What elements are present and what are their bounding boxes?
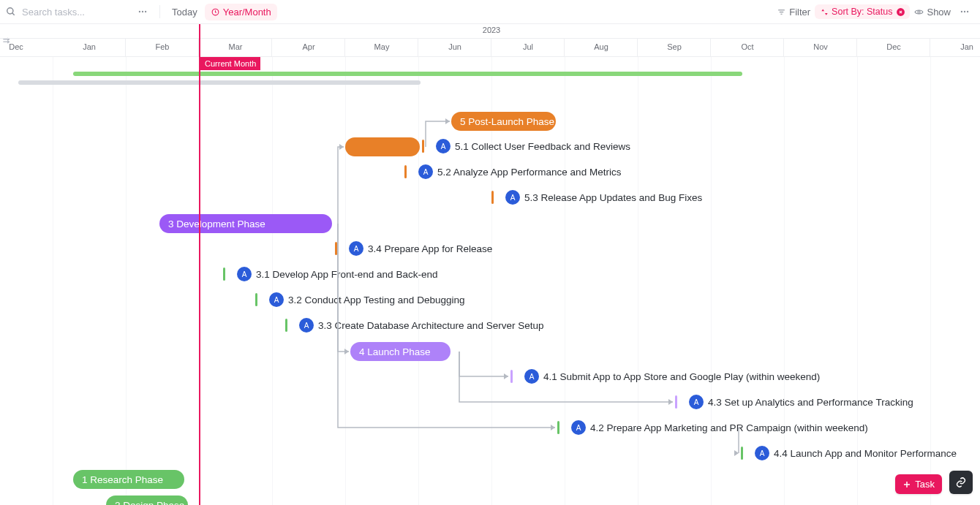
task-tick (422, 140, 424, 153)
avatar[interactable]: A (689, 395, 704, 409)
month-label: Apr (302, 42, 314, 51)
task-tick (510, 370, 513, 383)
task-label: 4.3 Set up Analytics and Performance Tra… (708, 397, 913, 408)
task-label: 3.2 Conduct App Testing and Debugging (288, 295, 464, 305)
phase-bar[interactable]: 1 Research Phase (73, 470, 184, 489)
gantt-body[interactable]: 5 Post-Launch Phase3 Development Phase4 … (0, 57, 980, 505)
task-tick (741, 447, 743, 460)
svg-point-0 (7, 8, 13, 14)
more-icon-1[interactable] (133, 4, 152, 20)
avatar[interactable]: A (269, 292, 284, 307)
avatar[interactable]: A (418, 164, 433, 179)
summary-bar-green[interactable] (73, 72, 742, 76)
show-button[interactable]: Show (914, 7, 951, 18)
task-row[interactable]: A3.1 Develop App Front-end and Back-end (223, 267, 437, 281)
search-wrap[interactable] (6, 6, 130, 18)
task-row[interactable]: A5.3 Release App Updates and Bug Fixes (491, 190, 702, 205)
svg-point-12 (964, 11, 965, 12)
phase-bar[interactable]: 3 Development Phase (159, 214, 332, 233)
month-label: Jun (448, 42, 461, 51)
svg-point-13 (967, 11, 968, 12)
avatar[interactable]: A (571, 420, 586, 435)
scale-selector[interactable]: Year/Month (205, 4, 277, 20)
task-row[interactable]: A4.1 Submit App to App Store and Google … (510, 369, 820, 384)
task-label: 4.1 Submit App to App Store and Google P… (543, 371, 820, 382)
toolbar: Today Year/Month Filter Sort By: Status … (0, 0, 980, 24)
task-row[interactable]: A5.1 Collect User Feedback and Reviews (422, 139, 630, 153)
task-label: 5.2 Analyze App Performance and Metrics (437, 167, 621, 178)
filter-button[interactable]: Filter (777, 7, 810, 18)
search-icon (6, 7, 16, 17)
svg-point-3 (142, 11, 143, 12)
link-fab[interactable] (949, 471, 973, 494)
sort-icon (821, 8, 829, 16)
year-header: 2023 (0, 24, 980, 39)
avatar[interactable]: A (299, 318, 314, 333)
timeline[interactable]: 2023 DecJanFebMarAprMayJunJulAugSepOctNo… (0, 24, 980, 505)
month-label: Jan (83, 42, 96, 51)
task-row[interactable]: A3.3 Create Database Architecture and Se… (285, 318, 543, 333)
svg-point-4 (145, 11, 146, 12)
task-label: 3.1 Develop App Front-end and Back-end (256, 269, 437, 280)
task-label: 4.4 Launch App and Monitor Performance (774, 448, 957, 459)
task-tick (335, 242, 337, 255)
phase-bar[interactable]: 5 Post-Launch Phase (451, 112, 556, 131)
sort-clear-icon[interactable] (895, 7, 905, 17)
task-label: 3.4 Prepare App for Release (368, 243, 492, 254)
year-label: 2023 (483, 26, 500, 34)
month-label: Dec (886, 42, 901, 51)
phase-bar[interactable]: 2 Design Phase (106, 495, 188, 505)
svg-point-11 (961, 11, 962, 12)
svg-line-1 (12, 13, 15, 15)
month-label: Jan (960, 42, 973, 51)
task-tick (491, 191, 494, 204)
today-button[interactable]: Today (167, 4, 202, 20)
month-label: Feb (156, 42, 170, 51)
month-label: Dec (9, 42, 23, 51)
month-label: Jul (523, 42, 533, 51)
phase-bar[interactable]: 4 Launch Phase (350, 342, 451, 361)
avatar[interactable]: A (524, 369, 539, 384)
month-label: Mar (229, 42, 243, 51)
avatar[interactable]: A (349, 241, 363, 256)
task-tick (557, 421, 559, 434)
task-tick (255, 293, 257, 306)
avatar[interactable]: A (755, 446, 769, 460)
add-task-button[interactable]: Task (895, 474, 942, 494)
task-tick (404, 165, 407, 178)
avatar[interactable]: A (436, 139, 451, 153)
summary-bar-grey[interactable] (18, 80, 421, 85)
task-tick (285, 319, 287, 332)
task-label: 3.3 Create Database Architecture and Ser… (318, 320, 543, 331)
link-icon (955, 476, 967, 488)
task-row[interactable]: A3.4 Prepare App for Release (335, 241, 492, 256)
task-tick (223, 267, 225, 281)
avatar[interactable]: A (505, 190, 520, 205)
month-label: Nov (813, 42, 828, 51)
task-row[interactable]: A4.3 Set up Analytics and Performance Tr… (675, 395, 913, 409)
current-month-flag: Current Month (200, 57, 260, 70)
svg-point-10 (918, 10, 920, 12)
task-label: 5.1 Collect User Feedback and Reviews (455, 141, 630, 152)
task-row[interactable]: A4.2 Prepare App Marketing and PR Campai… (557, 420, 868, 435)
task-tick (675, 395, 677, 409)
more-icon-2[interactable] (955, 4, 974, 20)
plus-icon (902, 480, 911, 489)
task-row[interactable]: A4.4 Launch App and Monitor Performance (741, 446, 957, 460)
months-header: DecJanFebMarAprMayJunJulAugSepOctNovDecJ… (0, 39, 980, 57)
task-row[interactable]: A3.2 Conduct App Testing and Debugging (255, 292, 464, 307)
month-label: Aug (594, 42, 608, 51)
task-row[interactable]: A5.2 Analyze App Performance and Metrics (404, 164, 621, 179)
filter-icon (777, 7, 786, 17)
eye-icon (914, 7, 924, 17)
phase-bar[interactable] (345, 137, 420, 156)
month-label: May (374, 42, 390, 51)
search-input[interactable] (20, 6, 130, 18)
month-label: Oct (741, 42, 753, 51)
scale-label: Year/Month (223, 7, 271, 18)
avatar[interactable]: A (237, 267, 252, 281)
sort-pill[interactable]: Sort By: Status (815, 4, 910, 19)
task-label: 5.3 Release App Updates and Bug Fixes (524, 192, 702, 203)
month-label: Sep (667, 42, 682, 51)
svg-point-2 (139, 11, 140, 12)
